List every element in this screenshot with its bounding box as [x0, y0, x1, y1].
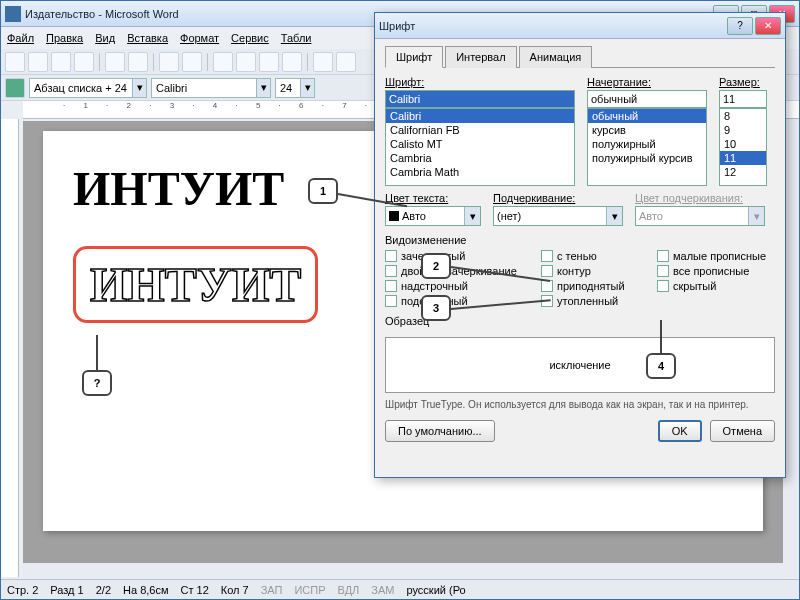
status-pagecount[interactable]: 2/2	[96, 584, 111, 596]
checkbox-outline[interactable]: контур	[541, 265, 651, 277]
status-at[interactable]: На 8,6см	[123, 584, 168, 596]
list-item[interactable]: Calisto MT	[386, 137, 574, 151]
callout-question: ?	[82, 370, 112, 396]
status-rec[interactable]: ЗАП	[261, 584, 283, 596]
status-line[interactable]: Ст 12	[181, 584, 209, 596]
redo-icon[interactable]	[336, 52, 356, 72]
status-section[interactable]: Разд 1	[50, 584, 83, 596]
status-page[interactable]: Стр. 2	[7, 584, 38, 596]
new-doc-icon[interactable]	[5, 52, 25, 72]
menu-format[interactable]: Формат	[180, 32, 219, 44]
checkbox-engrave[interactable]: утопленный	[541, 295, 651, 307]
font-hint: Шрифт TrueType. Он используется для выво…	[385, 399, 775, 410]
chevron-down-icon[interactable]: ▾	[132, 79, 146, 97]
size-combo[interactable]: 24▾	[275, 78, 315, 98]
menu-tools[interactable]: Сервис	[231, 32, 269, 44]
checkbox-shadow[interactable]: с тенью	[541, 250, 651, 262]
spellcheck-icon[interactable]	[159, 52, 179, 72]
dialog-tabs: Шрифт Интервал Анимация	[385, 45, 775, 68]
copy-icon[interactable]	[236, 52, 256, 72]
dialog-help-button[interactable]: ?	[727, 17, 753, 35]
undo-icon[interactable]	[313, 52, 333, 72]
list-item[interactable]: Cambria Math	[386, 165, 574, 179]
dialog-title: Шрифт	[379, 20, 727, 32]
color-label: Цвет текста:	[385, 192, 481, 204]
ok-button[interactable]: OK	[658, 420, 702, 442]
list-item[interactable]: курсив	[588, 123, 706, 137]
highlight-box: ИНТУИТ	[73, 246, 318, 323]
effects-label: Видоизменение	[385, 234, 775, 246]
list-item[interactable]: 12	[720, 165, 766, 179]
callout-line	[660, 320, 662, 354]
menu-edit[interactable]: Правка	[46, 32, 83, 44]
tab-font[interactable]: Шрифт	[385, 46, 443, 68]
status-col[interactable]: Кол 7	[221, 584, 249, 596]
save-icon[interactable]	[51, 52, 71, 72]
list-item[interactable]: полужирный	[588, 137, 706, 151]
style-label: Начертание:	[587, 76, 707, 88]
list-item[interactable]: 10	[720, 137, 766, 151]
toolbar-separator	[153, 53, 154, 71]
style-listbox[interactable]: обычный курсив полужирный полужирный кур…	[587, 108, 707, 186]
status-ext[interactable]: ВДЛ	[338, 584, 360, 596]
font-input[interactable]: Calibri	[385, 90, 575, 108]
status-ovr[interactable]: ЗАМ	[371, 584, 394, 596]
menu-insert[interactable]: Вставка	[127, 32, 168, 44]
preview-icon[interactable]	[128, 52, 148, 72]
list-item[interactable]: полужирный курсив	[588, 151, 706, 165]
checkbox-sub[interactable]: подстрочный	[385, 295, 535, 307]
list-item[interactable]: Californian FB	[386, 123, 574, 137]
open-icon[interactable]	[28, 52, 48, 72]
list-item[interactable]: 11	[720, 151, 766, 165]
default-button[interactable]: По умолчанию...	[385, 420, 495, 442]
font-dialog: Шрифт ? ✕ Шрифт Интервал Анимация Шрифт:…	[374, 12, 786, 478]
menu-file[interactable]: Файл	[7, 32, 34, 44]
chevron-down-icon[interactable]: ▾	[300, 79, 314, 97]
font-combo[interactable]: Calibri▾	[151, 78, 271, 98]
menu-table[interactable]: Табли	[281, 32, 312, 44]
checkbox-emboss[interactable]: приподнятый	[541, 280, 651, 292]
size-label: Размер:	[719, 76, 767, 88]
menu-view[interactable]: Вид	[95, 32, 115, 44]
chevron-down-icon[interactable]: ▾	[606, 207, 622, 225]
checkbox-smallcaps[interactable]: малые прописные	[657, 250, 777, 262]
style-combo[interactable]: Абзац списка + 24▾	[29, 78, 147, 98]
checkbox-strike[interactable]: зачеркнутый	[385, 250, 535, 262]
vertical-ruler[interactable]	[1, 119, 19, 577]
dialog-close-button[interactable]: ✕	[755, 17, 781, 35]
list-item[interactable]: Calibri	[386, 109, 574, 123]
print-icon[interactable]	[105, 52, 125, 72]
style-value: Абзац списка + 24	[34, 82, 127, 94]
cancel-button[interactable]: Отмена	[710, 420, 775, 442]
size-listbox[interactable]: 8 9 10 11 12	[719, 108, 767, 186]
chevron-down-icon: ▾	[748, 207, 764, 225]
chevron-down-icon[interactable]: ▾	[464, 207, 480, 225]
chevron-down-icon[interactable]: ▾	[256, 79, 270, 97]
font-listbox[interactable]: Calibri Californian FB Calisto MT Cambri…	[385, 108, 575, 186]
permission-icon[interactable]	[74, 52, 94, 72]
color-combo[interactable]: Авто▾	[385, 206, 481, 226]
checkbox-hidden[interactable]: скрытый	[657, 280, 777, 292]
list-item[interactable]: 8	[720, 109, 766, 123]
styles-icon[interactable]	[5, 78, 25, 98]
horizontal-scrollbar[interactable]	[23, 563, 783, 579]
checkbox-allcaps[interactable]: все прописные	[657, 265, 777, 277]
style-input[interactable]: обычный	[587, 90, 707, 108]
format-painter-icon[interactable]	[282, 52, 302, 72]
status-lang[interactable]: русский (Ро	[406, 584, 465, 596]
research-icon[interactable]	[182, 52, 202, 72]
paste-icon[interactable]	[259, 52, 279, 72]
checkbox-sup[interactable]: надстрочный	[385, 280, 535, 292]
list-item[interactable]: обычный	[588, 109, 706, 123]
status-trk[interactable]: ИСПР	[294, 584, 325, 596]
document-text-outline[interactable]: ИНТУИТ	[90, 257, 301, 312]
list-item[interactable]: 9	[720, 123, 766, 137]
underline-label: Подчеркивание:	[493, 192, 623, 204]
list-item[interactable]: Cambria	[386, 151, 574, 165]
size-input[interactable]: 11	[719, 90, 767, 108]
tab-animation[interactable]: Анимация	[519, 46, 593, 68]
callout-3: 3	[421, 295, 451, 321]
cut-icon[interactable]	[213, 52, 233, 72]
underline-combo[interactable]: (нет)▾	[493, 206, 623, 226]
tab-spacing[interactable]: Интервал	[445, 46, 516, 68]
